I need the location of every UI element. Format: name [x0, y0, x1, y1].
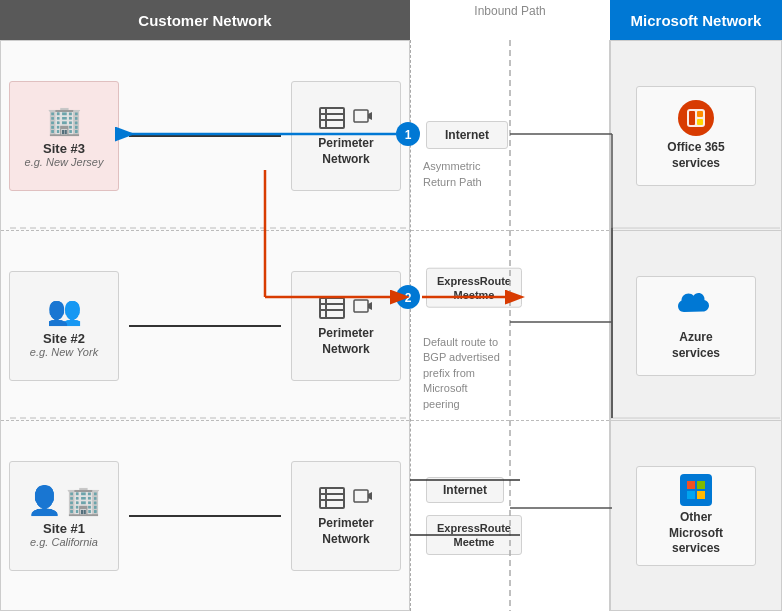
internet2-label: Internet — [443, 483, 487, 497]
perimeter3-icon — [318, 484, 374, 512]
office365-box: Office 365 services — [636, 86, 756, 186]
svg-rect-16 — [689, 111, 695, 125]
inbound-path-header: Inbound Path — [410, 0, 610, 40]
azure-cloud-icon — [676, 289, 716, 326]
microsoft-network-header: Microsoft Network — [610, 0, 782, 40]
office365-icon — [678, 100, 714, 136]
asymmetric-label: Asymmetric Return Path — [423, 159, 482, 190]
perimeter2-icon — [318, 294, 374, 322]
asymmetric-text: Asymmetric Return Path — [423, 160, 482, 187]
perimeter3-text: Perimeter Network — [318, 516, 373, 546]
expressroute1-box: ExpressRoute Meetme — [426, 267, 522, 308]
expressroute2-label: ExpressRoute Meetme — [437, 522, 511, 548]
default-route-label: Default route to BGP advertised prefix f… — [423, 335, 500, 412]
svg-rect-4 — [354, 110, 368, 122]
expressroute1-label: ExpressRoute Meetme — [437, 274, 511, 300]
hline3 — [129, 515, 281, 517]
svg-rect-21 — [687, 491, 695, 499]
office365-label: Office 365 services — [667, 140, 724, 171]
site2-people-icon: 👥 — [47, 294, 82, 327]
azure-box: Azure services — [636, 276, 756, 376]
customer-row-2: 👥 Site #2 e.g. New York Perimeter Networ… — [1, 231, 409, 421]
site1-sublabel: e.g. California — [30, 536, 98, 548]
ms-row-2: Azure services — [611, 231, 781, 421]
internet2-box: Internet — [426, 477, 504, 503]
perimeter1-box: Perimeter Network — [291, 81, 401, 191]
svg-rect-17 — [697, 111, 703, 117]
perimeter1-text: Perimeter Network — [318, 136, 373, 166]
azure-label: Azure services — [672, 330, 720, 361]
microsoft-network-label: Microsoft Network — [631, 12, 762, 29]
svg-rect-9 — [354, 300, 368, 312]
site2-box: 👥 Site #2 e.g. New York — [9, 271, 119, 381]
internet1-box: Internet — [426, 121, 508, 149]
internet1-label: Internet — [445, 128, 489, 142]
middle-row-1: Internet Asymmetric Return Path — [411, 40, 609, 231]
other-ms-box: Other Microsoft services — [636, 466, 756, 566]
main-content: 🏢 Site #3 e.g. New Jersey Perimeter Netw… — [0, 40, 782, 611]
customer-network-header: Customer Network — [0, 0, 410, 40]
site2-sublabel: e.g. New York — [30, 346, 98, 358]
middle-section: Internet Asymmetric Return Path ExpressR… — [410, 40, 610, 611]
hline2 — [129, 325, 281, 327]
other-ms-label: Other Microsoft services — [669, 510, 723, 557]
perimeter3-box: Perimeter Network — [291, 461, 401, 571]
site1-label: Site #1 — [43, 521, 85, 536]
expressroute2-box: ExpressRoute Meetme — [426, 515, 522, 556]
perimeter3-label: Perimeter Network — [318, 516, 373, 547]
diagram: Customer Network Inbound Path Microsoft … — [0, 0, 782, 611]
svg-rect-22 — [697, 491, 705, 499]
default-route-text: Default route to BGP advertised prefix f… — [423, 336, 500, 410]
site1-icons: 👤🏢 — [27, 484, 101, 517]
svg-rect-18 — [697, 119, 703, 125]
ms-row-1: Office 365 services — [611, 41, 781, 231]
middle-row-3: Internet ExpressRoute Meetme — [411, 421, 609, 611]
customer-row-1: 🏢 Site #3 e.g. New Jersey Perimeter Netw… — [1, 41, 409, 231]
svg-rect-5 — [320, 298, 344, 318]
other-ms-icon — [680, 474, 712, 506]
perimeter2-label: Perimeter Network — [318, 326, 373, 357]
middle-row-2: ExpressRoute Meetme Default route to BGP… — [411, 231, 609, 422]
header-row: Customer Network Inbound Path Microsoft … — [0, 0, 782, 40]
site1-box: 👤🏢 Site #1 e.g. California — [9, 461, 119, 571]
site3-box: 🏢 Site #3 e.g. New Jersey — [9, 81, 119, 191]
site3-sublabel: e.g. New Jersey — [25, 156, 104, 168]
customer-row-3: 👤🏢 Site #1 e.g. California Perimeter Net… — [1, 421, 409, 610]
site3-building-icon: 🏢 — [47, 104, 82, 137]
perimeter1-icon — [318, 104, 374, 132]
perimeter2-box: Perimeter Network — [291, 271, 401, 381]
customer-network-label: Customer Network — [138, 12, 271, 29]
hline1 — [129, 135, 281, 137]
svg-rect-10 — [320, 488, 344, 508]
perimeter1-label: Perimeter Network — [318, 136, 373, 167]
ms-row-3: Other Microsoft services — [611, 421, 781, 610]
microsoft-side: Office 365 services Azure services — [610, 40, 782, 611]
customer-side: 🏢 Site #3 e.g. New Jersey Perimeter Netw… — [0, 40, 410, 611]
site3-label: Site #3 — [43, 141, 85, 156]
site2-label: Site #2 — [43, 331, 85, 346]
perimeter2-text: Perimeter Network — [318, 326, 373, 356]
svg-rect-19 — [687, 481, 695, 489]
svg-rect-0 — [320, 108, 344, 128]
inbound-path-label: Inbound Path — [474, 4, 545, 20]
svg-rect-14 — [354, 490, 368, 502]
svg-rect-20 — [697, 481, 705, 489]
